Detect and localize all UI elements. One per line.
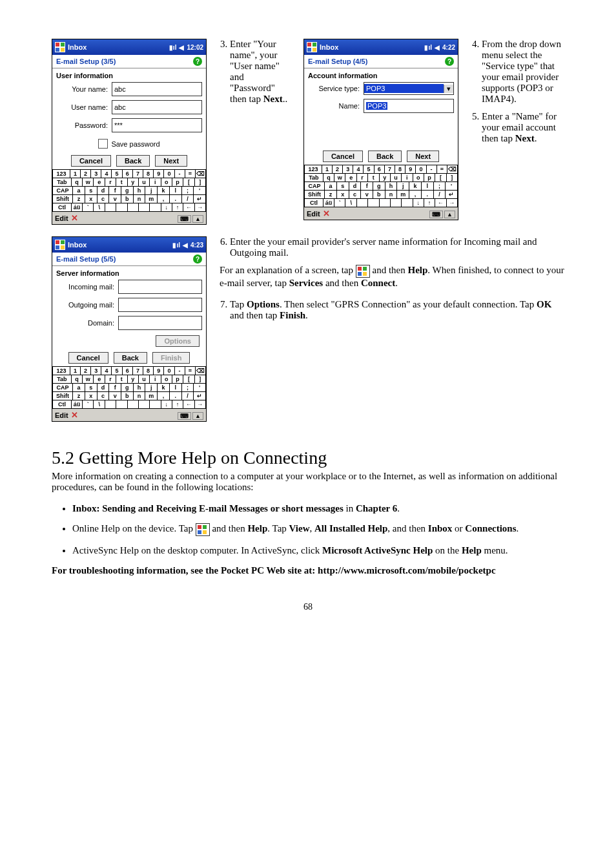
keyboard-key[interactable]: h — [385, 182, 398, 191]
keyboard-key[interactable]: [ — [183, 375, 194, 384]
back-button[interactable]: Back — [114, 352, 147, 364]
keyboard-key[interactable]: a — [325, 182, 337, 191]
keyboard-key[interactable]: ⌫ — [196, 367, 206, 375]
keyboard-key[interactable]: 0 — [416, 165, 426, 174]
keyboard-key[interactable]: - — [427, 165, 437, 174]
keyboard-key[interactable]: f — [109, 384, 121, 392]
keyboard-key[interactable]: 1 — [70, 367, 81, 375]
keyboard-key[interactable]: 123 — [52, 367, 70, 375]
keyboard-key[interactable] — [116, 400, 127, 409]
keyboard-key[interactable]: q — [72, 375, 83, 384]
keyboard-key[interactable]: ' — [194, 187, 206, 195]
keyboard-key[interactable]: Tab — [52, 178, 72, 187]
keyboard-key[interactable]: áü — [72, 203, 83, 212]
keyboard-key[interactable]: , — [409, 191, 422, 199]
keyboard-key[interactable]: 0 — [164, 367, 174, 375]
keyboard-key[interactable]: Ctl — [304, 199, 323, 207]
keyboard-key[interactable]: áü — [72, 400, 83, 409]
keyboard-key[interactable] — [105, 203, 116, 212]
keyboard-key[interactable]: Shift — [52, 392, 73, 400]
keyboard-key[interactable] — [128, 400, 139, 409]
keyboard-key[interactable]: n — [134, 392, 146, 400]
keyboard-key[interactable]: 6 — [123, 367, 133, 375]
keyboard-key[interactable] — [128, 203, 139, 212]
keyboard-key[interactable]: i — [150, 375, 161, 384]
keyboard-toggle-icon[interactable]: ⌨ — [429, 211, 443, 218]
keyboard-key[interactable]: ` — [83, 400, 94, 409]
keyboard-key[interactable]: z — [73, 195, 85, 203]
chevron-down-icon[interactable]: ▾ — [444, 85, 453, 93]
keyboard-key[interactable]: c — [98, 195, 110, 203]
keyboard-key[interactable]: b — [121, 195, 134, 203]
keyboard-key[interactable]: i — [402, 174, 413, 182]
keyboard-key[interactable]: = — [185, 170, 196, 178]
keyboard-key[interactable]: r — [105, 375, 116, 384]
keyboard-key[interactable]: s — [337, 182, 349, 191]
keyboard-key[interactable] — [368, 199, 379, 207]
keyboard-key[interactable]: ' — [194, 384, 206, 392]
keyboard-key[interactable]: / — [182, 195, 194, 203]
keyboard-key[interactable]: ⌫ — [196, 170, 206, 178]
keyboard-key[interactable]: q — [72, 178, 83, 187]
keyboard-key[interactable]: t — [116, 178, 127, 187]
keyboard-key[interactable]: ↓ — [413, 199, 424, 207]
up-arrow-icon[interactable]: ▲ — [444, 211, 455, 218]
keyboard-key[interactable]: 9 — [406, 165, 416, 174]
your-name-input[interactable]: abc — [112, 82, 202, 96]
keyboard-key[interactable] — [105, 400, 116, 409]
keyboard-key[interactable]: ↓ — [161, 400, 172, 409]
keyboard-key[interactable]: . — [170, 195, 182, 203]
keyboard-key[interactable]: 4 — [101, 367, 112, 375]
back-button[interactable]: Back — [368, 150, 402, 162]
keyboard-key[interactable]: ↑ — [424, 199, 435, 207]
keyboard-key[interactable]: → — [195, 400, 206, 409]
keyboard-key[interactable]: 5 — [364, 165, 374, 174]
keyboard-key[interactable]: 4 — [101, 170, 112, 178]
keyboard-key[interactable]: d — [98, 384, 110, 392]
cancel-button[interactable]: Cancel — [68, 352, 108, 364]
keyboard-key[interactable]: 7 — [133, 170, 143, 178]
keyboard-key[interactable]: ↑ — [172, 203, 183, 212]
keyboard-key[interactable]: g — [373, 182, 385, 191]
keyboard-key[interactable]: ` — [83, 203, 94, 212]
domain-input[interactable] — [118, 316, 202, 330]
keyboard-toggle-icon[interactable]: ⌨ — [178, 412, 191, 420]
incoming-mail-input[interactable] — [118, 280, 202, 294]
keyboard-key[interactable]: l — [422, 182, 434, 191]
keyboard-key[interactable]: g — [121, 384, 134, 392]
onscreen-keyboard[interactable]: 1231234567890-=⌫ Tabqwertyuiop[] CAPasdf… — [304, 165, 458, 207]
keyboard-key[interactable]: [ — [183, 178, 194, 187]
keyboard-key[interactable]: l — [170, 187, 182, 195]
edit-menu[interactable]: Edit — [55, 214, 68, 222]
keyboard-key[interactable]: / — [182, 392, 194, 400]
keyboard-key[interactable]: w — [83, 178, 94, 187]
keyboard-key[interactable]: e — [345, 174, 356, 182]
keyboard-key[interactable]: b — [373, 191, 385, 199]
keyboard-key[interactable]: 123 — [52, 170, 70, 178]
keyboard-key[interactable]: y — [128, 375, 139, 384]
keyboard-key[interactable]: y — [128, 178, 139, 187]
keyboard-key[interactable]: r — [105, 178, 116, 187]
keyboard-key[interactable]: 3 — [91, 367, 101, 375]
keyboard-key[interactable]: n — [134, 195, 146, 203]
keyboard-key[interactable]: áü — [323, 199, 334, 207]
keyboard-key[interactable]: \ — [345, 199, 356, 207]
keyboard-key[interactable] — [150, 400, 161, 409]
keyboard-key[interactable]: n — [385, 191, 398, 199]
keyboard-key[interactable]: ← — [183, 400, 194, 409]
keyboard-key[interactable]: ` — [334, 199, 345, 207]
close-icon[interactable]: ✕ — [71, 213, 78, 223]
keyboard-key[interactable]: ← — [183, 203, 194, 212]
keyboard-key[interactable]: e — [94, 178, 105, 187]
keyboard-key[interactable]: 2 — [333, 165, 343, 174]
keyboard-key[interactable]: s — [85, 187, 98, 195]
keyboard-key[interactable]: e — [94, 375, 105, 384]
keyboard-key[interactable]: l — [170, 384, 182, 392]
close-icon[interactable]: ✕ — [323, 209, 330, 218]
keyboard-key[interactable]: m — [145, 392, 158, 400]
keyboard-key[interactable]: 0 — [164, 170, 174, 178]
keyboard-key[interactable]: ; — [434, 182, 446, 191]
keyboard-key[interactable]: . — [170, 392, 182, 400]
keyboard-key[interactable]: Tab — [52, 375, 72, 384]
keyboard-key[interactable]: x — [85, 195, 98, 203]
